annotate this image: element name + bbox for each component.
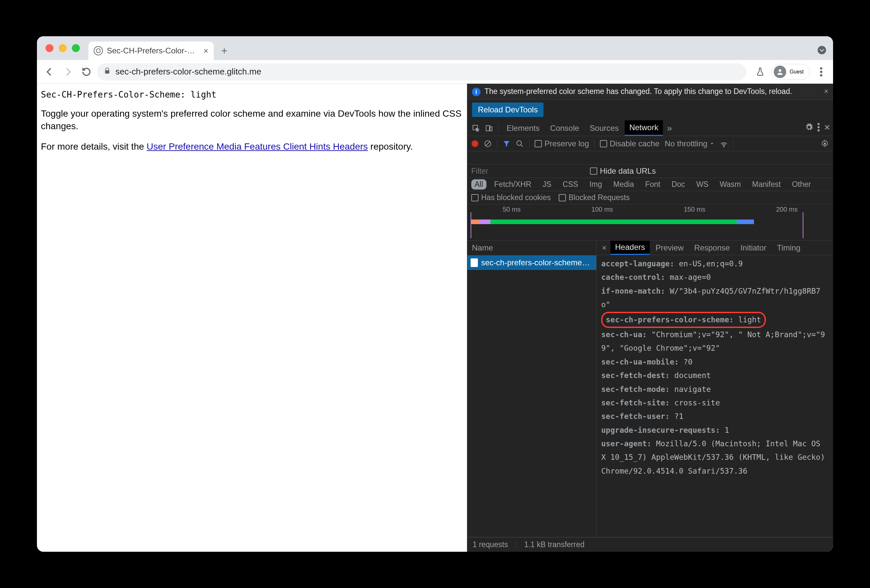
devtools-banner: i The system-preferred color scheme has …	[467, 84, 833, 100]
export-icon[interactable]	[751, 140, 758, 147]
type-filter-media[interactable]: Media	[610, 179, 638, 190]
toolbar-right: Guest	[753, 64, 828, 80]
header-line: sec-ch-ua: "Chromium";v="92", " Not A;Br…	[601, 328, 828, 355]
devtools-menu-icon[interactable]	[817, 123, 820, 134]
tab-close-button[interactable]: ×	[204, 46, 209, 56]
header-line: accept-language: en-US,en;q=0.9	[601, 257, 828, 270]
filter-input[interactable]	[471, 167, 583, 176]
header-line: sec-ch-prefers-color-scheme: light	[601, 312, 766, 328]
maximize-window-button[interactable]	[72, 44, 80, 52]
type-filter-all[interactable]: All	[471, 179, 486, 190]
timeline-marker	[471, 212, 471, 238]
tab-sources[interactable]: Sources	[585, 120, 623, 136]
close-window-button[interactable]	[46, 44, 54, 52]
blocked-cookies-checkbox[interactable]: Has blocked cookies	[471, 193, 551, 202]
url-text: sec-ch-prefers-color-scheme.glitch.me	[115, 67, 261, 77]
preserve-log-checkbox[interactable]: Preserve log	[535, 139, 589, 148]
minimize-window-button[interactable]	[59, 44, 67, 52]
tab-elements[interactable]: Elements	[502, 120, 544, 136]
svg-point-1	[779, 69, 781, 72]
throttling-select[interactable]: No throttling	[664, 139, 714, 148]
page-viewport[interactable]: Sec-CH-Prefers-Color-Scheme: light Toggl…	[37, 84, 467, 552]
svg-point-12	[517, 141, 521, 146]
headers-body[interactable]: accept-language: en-US,en;q=0.9cache-con…	[597, 255, 833, 537]
blocked-requests-checkbox[interactable]: Blocked Requests	[559, 193, 630, 202]
request-list: Name sec-ch-prefers-color-scheme…	[467, 241, 597, 537]
timeline-bar	[471, 220, 754, 224]
browser-menu-button[interactable]	[814, 65, 828, 79]
network-timeline[interactable]: 50 ms 100 ms 150 ms 200 ms	[467, 204, 833, 241]
header-line: sec-fetch-dest: document	[601, 369, 828, 382]
detail-tab-timing[interactable]: Timing	[772, 241, 805, 255]
new-tab-button[interactable]: +	[216, 43, 232, 59]
tab-network[interactable]: Network	[625, 120, 663, 136]
detail-tab-preview[interactable]: Preview	[651, 241, 688, 255]
type-filter-fetchxhr[interactable]: Fetch/XHR	[491, 179, 535, 190]
type-filter-other[interactable]: Other	[788, 179, 814, 190]
type-filter-js[interactable]: JS	[539, 179, 555, 190]
upload-icon[interactable]	[471, 154, 478, 162]
svg-point-3	[820, 71, 822, 73]
separator	[497, 140, 498, 148]
type-filter-css[interactable]: CSS	[559, 179, 581, 190]
client-hints-link[interactable]: User Preference Media Features Client Hi…	[147, 141, 368, 151]
request-row[interactable]: sec-ch-prefers-color-scheme…	[467, 255, 596, 270]
type-filter-wasm[interactable]: Wasm	[716, 179, 744, 190]
request-name: sec-ch-prefers-color-scheme…	[481, 258, 590, 267]
import-icon[interactable]	[739, 140, 746, 147]
separator	[733, 140, 733, 148]
request-list-header[interactable]: Name	[467, 241, 596, 255]
banner-close-button[interactable]: ×	[824, 87, 828, 96]
content-area: Sec-CH-Prefers-Color-Scheme: light Toggl…	[37, 84, 833, 552]
tab-console[interactable]: Console	[545, 120, 584, 136]
search-icon[interactable]	[516, 140, 524, 148]
detail-tab-headers[interactable]: Headers	[611, 241, 650, 255]
network-status-bar: 1 requests 1.1 kB transferred	[467, 537, 833, 552]
detail-close-button[interactable]: ×	[599, 243, 609, 252]
network-conditions-icon[interactable]	[720, 140, 728, 148]
clear-icon[interactable]	[484, 140, 492, 148]
settings-icon[interactable]	[805, 123, 813, 134]
type-filter-img[interactable]: Img	[586, 179, 605, 190]
devtools-main-tabs: Elements Console Sources Network » ✕	[467, 120, 833, 136]
page-paragraph-1: Toggle your operating system's preferred…	[41, 107, 463, 132]
forward-button[interactable]	[60, 64, 76, 80]
network-toolbar-2	[467, 151, 833, 165]
type-filter-font[interactable]: Font	[642, 179, 664, 190]
header-line: sec-fetch-user: ?1	[601, 410, 828, 423]
reload-button[interactable]	[79, 64, 94, 80]
browser-tab[interactable]: Sec-CH-Prefers-Color-Schem… ×	[88, 42, 214, 60]
status-transferred: 1.1 kB transferred	[524, 540, 584, 549]
profile-button[interactable]: Guest	[772, 64, 810, 80]
type-filter-manifest[interactable]: Manifest	[749, 179, 784, 190]
header-line: sec-fetch-mode: navigate	[601, 383, 828, 396]
reload-devtools-button[interactable]: Reload DevTools	[472, 102, 544, 117]
back-button[interactable]	[42, 64, 57, 80]
download-icon[interactable]	[485, 154, 492, 162]
network-settings-icon[interactable]	[821, 140, 829, 148]
separator	[498, 123, 499, 133]
inspect-element-icon[interactable]	[470, 122, 482, 134]
separator	[516, 541, 516, 549]
block-row: Has blocked cookies Blocked Requests	[467, 191, 833, 204]
hide-data-urls-checkbox[interactable]: Hide data URLs	[590, 166, 655, 176]
type-filter-ws[interactable]: WS	[693, 179, 712, 190]
detail-tab-response[interactable]: Response	[690, 241, 734, 255]
more-tabs-button[interactable]: »	[664, 123, 675, 134]
tab-dropdown-button[interactable]	[817, 46, 827, 56]
info-icon: i	[472, 88, 481, 96]
address-bar[interactable]: sec-ch-prefers-color-scheme.glitch.me	[97, 63, 746, 80]
detail-tab-initiator[interactable]: Initiator	[736, 241, 771, 255]
devtools-panel: i The system-preferred color scheme has …	[467, 84, 833, 552]
svg-point-0	[818, 46, 826, 54]
profile-label: Guest	[790, 69, 804, 75]
devtools-close-button[interactable]: ✕	[824, 123, 830, 134]
disable-cache-checkbox[interactable]: Disable cache	[600, 139, 660, 148]
type-filter-doc[interactable]: Doc	[668, 179, 688, 190]
svg-point-10	[818, 129, 820, 132]
filter-icon[interactable]	[503, 140, 511, 148]
labs-icon[interactable]	[753, 65, 767, 79]
record-button[interactable]	[471, 140, 478, 147]
toolbar: sec-ch-prefers-color-scheme.glitch.me Gu…	[37, 60, 833, 84]
device-toolbar-icon[interactable]	[483, 122, 495, 134]
